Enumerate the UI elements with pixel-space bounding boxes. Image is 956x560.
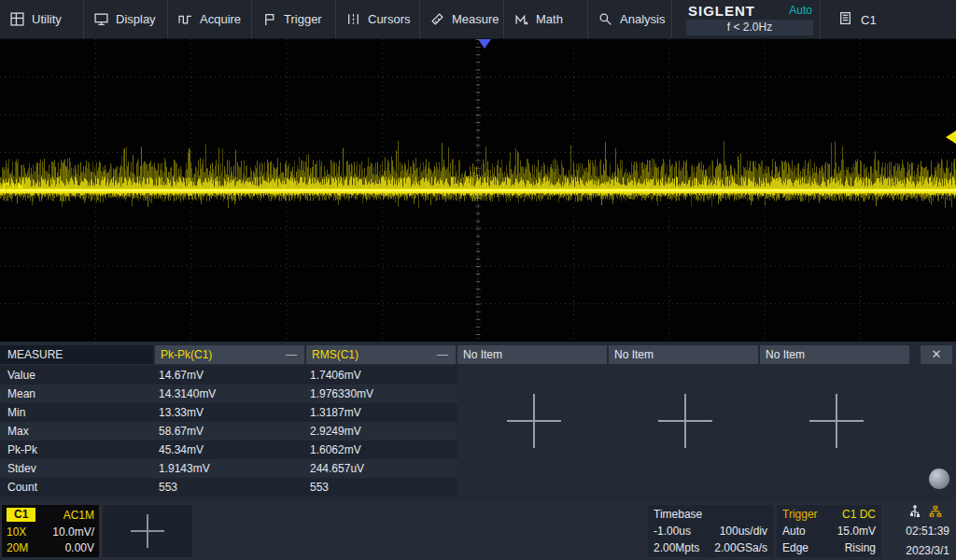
timebase-delay: -1.00us [654, 525, 691, 538]
menu-item-label: Measure [452, 12, 499, 26]
stat-value: 45.34mV [159, 441, 204, 459]
add-measurement-button[interactable] [507, 394, 561, 448]
timebase-sample-rate: 2.00GSa/s [714, 541, 767, 554]
measure-column-label: No Item [463, 348, 502, 361]
stat-value: 553 [159, 478, 177, 497]
stat-value: 244.657uV [310, 459, 364, 478]
stat-value: 14.3140mV [159, 385, 216, 403]
channel1-offset-arrow-icon [18, 182, 23, 191]
channel1-coupling: AC1M [63, 509, 94, 522]
add-channel-box[interactable] [103, 505, 192, 557]
menu-item-label: Acquire [200, 12, 241, 26]
measure-row-value: Value 14.67mV 1.7406mV [0, 366, 457, 385]
measure-column-rms[interactable]: RMS(C1) — [306, 345, 456, 364]
menu-item-math[interactable]: Math [504, 0, 588, 38]
measure-row-stdev: Stdev 1.9143mV 244.657uV [0, 459, 457, 478]
clock-time: 02:51:39 [906, 525, 949, 538]
active-channel-menu[interactable]: C1 [822, 0, 956, 39]
trigger-mode: Auto [782, 525, 806, 538]
stat-value: 13.33mV [159, 403, 204, 422]
stat-value: 58.67mV [159, 422, 204, 441]
measure-panel-title: MEASURE [0, 345, 153, 364]
cursors-icon [346, 12, 360, 26]
menu-item-trigger[interactable]: Trigger [252, 0, 336, 38]
measure-row-pkpk: Pk-Pk 45.34mV 1.6062mV [0, 441, 457, 459]
measure-ruler-icon [430, 12, 444, 26]
menu-item-label: Cursors [368, 12, 411, 26]
stat-label: Stdev [7, 459, 36, 478]
waveform-display[interactable]: C1 [0, 39, 956, 342]
channel1-offset-value: 0.00V [65, 541, 94, 554]
stat-label: Pk-Pk [7, 441, 37, 459]
timebase-mem-points: 2.00Mpts [654, 541, 699, 554]
minimize-measure-icon[interactable]: — [286, 345, 297, 364]
menu-item-acquire[interactable]: Acquire [168, 0, 252, 38]
measure-row-count: Count 553 553 [0, 478, 457, 497]
channel1-volts-per-div: 10.0mV/ [52, 525, 94, 539]
measure-column-label: No Item [766, 348, 805, 361]
measure-column-empty-1[interactable]: No Item [457, 345, 607, 364]
add-measurement-button[interactable] [809, 394, 864, 448]
trigger-descriptor-box[interactable]: Trigger C1 DC Auto 15.0mV Edge Rising [777, 505, 881, 557]
page-icon [838, 11, 852, 28]
trigger-mode-badge: Auto [789, 4, 812, 17]
stat-label: Count [7, 478, 37, 497]
stat-value: 1.976330mV [310, 385, 373, 403]
brand-logo: SIGLENT [688, 3, 755, 19]
acquire-icon [178, 12, 192, 26]
add-channel-icon [131, 514, 164, 548]
menu-item-display[interactable]: Display [84, 0, 168, 38]
stat-label: Min [7, 403, 25, 422]
measure-panel: MEASURE Pk-Pk(C1) — RMS(C1) — No Item No… [0, 342, 956, 502]
stat-value: 1.6062mV [310, 441, 361, 459]
channel1-probe-atten: 10X [7, 525, 26, 539]
lan-icon [929, 505, 942, 518]
channel1-offset-label: C1 [3, 181, 16, 192]
measure-column-pkpk[interactable]: Pk-Pk(C1) — [155, 345, 304, 364]
stat-value: 553 [310, 478, 329, 497]
trigger-level-indicator[interactable] [946, 131, 956, 144]
measure-column-label: No Item [614, 348, 654, 361]
analysis-magnifier-icon [598, 12, 612, 26]
measure-column-empty-3[interactable]: No Item [760, 345, 909, 364]
menu-item-cursors[interactable]: Cursors [336, 0, 420, 38]
timebase-title: Timebase [654, 508, 702, 521]
math-icon [514, 12, 528, 26]
measure-row-max: Max 58.67mV 2.9249mV [0, 422, 457, 441]
menu-item-label: Display [116, 12, 156, 26]
menu-item-label: Analysis [620, 12, 665, 26]
active-channel-label: C1 [861, 13, 877, 27]
menu-item-measure[interactable]: Measure [420, 0, 504, 38]
trigger-position-indicator[interactable] [478, 39, 491, 49]
channel1-chip: C1 [7, 508, 35, 522]
stat-value: 1.9143mV [159, 459, 210, 478]
status-bar: C1 AC1M 10X 10.0mV/ 20M 0.00V Timebase -… [0, 502, 956, 560]
stat-value: 14.67mV [159, 366, 204, 385]
measure-column-empty-2[interactable]: No Item [609, 345, 758, 364]
add-measurement-button[interactable] [658, 394, 712, 448]
stat-label: Mean [7, 385, 35, 403]
trigger-title: Trigger [782, 508, 818, 521]
status-block: SIGLENT Auto f < 2.0Hz [680, 0, 821, 39]
stat-label: Max [7, 422, 29, 441]
measure-row-mean: Mean 14.3140mV 1.976330mV [0, 385, 457, 403]
usb-icon [908, 505, 921, 518]
menu-item-utility[interactable]: Utility [0, 0, 84, 38]
channel1-descriptor-box[interactable]: C1 AC1M 10X 10.0mV/ 20M 0.00V [2, 505, 99, 557]
display-icon [94, 12, 108, 26]
trigger-frequency-readout: f < 2.0Hz [686, 20, 813, 35]
trigger-level-value: 15.0mV [837, 525, 876, 538]
clock-box[interactable]: 02:51:39 2023/3/1 [883, 505, 954, 557]
menu-item-label: Utility [32, 12, 62, 26]
timebase-scale: 100us/div [720, 525, 767, 538]
channel1-offset-marker[interactable]: C1 [3, 181, 23, 192]
timebase-descriptor-box[interactable]: Timebase -1.00us 100us/div 2.00Mpts 2.00… [648, 505, 773, 557]
menu-bar: Utility Display Acquire Trigger Cursors … [0, 0, 956, 39]
channel1-waveform-trace [0, 39, 956, 342]
close-measure-panel-button[interactable]: ✕ [921, 345, 952, 364]
measure-row-min: Min 13.33mV 1.3187mV [0, 403, 457, 422]
minimize-measure-icon[interactable]: — [437, 345, 448, 364]
menu-item-analysis[interactable]: Analysis [588, 0, 672, 38]
trigger-flag-icon [262, 12, 276, 26]
touch-widget-knob[interactable] [929, 469, 949, 489]
